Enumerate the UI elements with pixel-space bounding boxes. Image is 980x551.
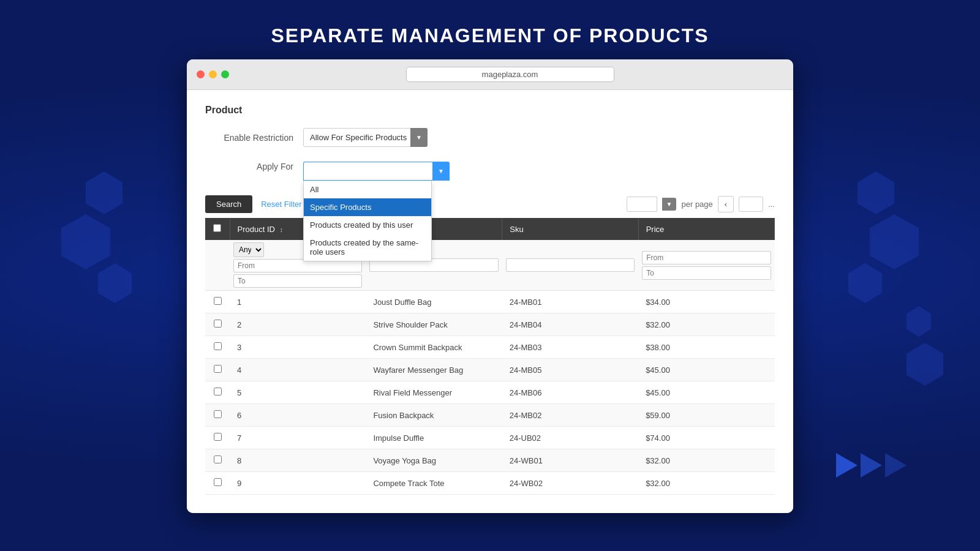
col-sku-label: Sku xyxy=(510,225,523,234)
row-name: Voyage Yoga Bag xyxy=(366,449,502,472)
col-price: Price xyxy=(638,218,774,240)
row-price: $34.00 xyxy=(638,291,774,313)
table-row: 6 Fusion Backpack 24-MB02 $59.00 xyxy=(205,404,775,427)
page-title: SEPARATE MANAGEMENT OF PRODUCTS xyxy=(271,24,709,47)
row-name: Joust Duffle Bag xyxy=(366,291,502,313)
row-sku: 24-WB02 xyxy=(502,472,638,495)
row-price: $32.00 xyxy=(638,449,774,472)
apply-for-input[interactable]: Specific Products xyxy=(303,162,432,181)
dropdown-option-specific-products[interactable]: Specific Products xyxy=(304,198,431,216)
enable-restriction-select[interactable]: Allow For Specific Products xyxy=(303,128,428,147)
row-checkbox-cell xyxy=(205,427,230,449)
row-price: $59.00 xyxy=(638,404,774,427)
row-sku: 24-MB02 xyxy=(502,404,638,427)
row-checkbox[interactable] xyxy=(214,433,222,441)
row-checkbox-cell xyxy=(205,381,230,404)
page-dots: ... xyxy=(768,200,775,209)
row-checkbox[interactable] xyxy=(214,410,222,418)
close-button[interactable] xyxy=(197,70,205,78)
browser-window: mageplaza.com Product Enable Restriction… xyxy=(187,59,793,513)
row-sku: 24-MB01 xyxy=(502,291,638,313)
row-checkbox[interactable] xyxy=(214,478,222,486)
apply-for-select-wrapper: Specific Products xyxy=(303,162,450,181)
filter-row: Any xyxy=(205,240,775,291)
per-page-arrow-btn[interactable]: ▼ xyxy=(662,198,677,211)
row-name: Rival Field Messenger xyxy=(366,381,502,404)
maximize-button[interactable] xyxy=(221,70,229,78)
row-sku: 24-MB03 xyxy=(502,336,638,359)
row-checkbox[interactable] xyxy=(214,388,222,395)
row-price: $32.00 xyxy=(638,313,774,336)
row-product-id: 4 xyxy=(230,359,366,381)
select-all-checkbox[interactable] xyxy=(213,224,221,232)
col-price-label: Price xyxy=(646,225,665,234)
row-checkbox[interactable] xyxy=(214,365,222,373)
row-checkbox[interactable] xyxy=(214,320,222,328)
row-checkbox[interactable] xyxy=(214,297,222,305)
row-product-id: 6 xyxy=(230,404,366,427)
table-row: 4 Wayfarer Messenger Bag 24-MB05 $45.00 xyxy=(205,359,775,381)
table-row: 7 Impulse Duffle 24-UB02 $74.00 xyxy=(205,427,775,449)
row-checkbox-cell xyxy=(205,313,230,336)
sort-product-id-icon[interactable]: ↕ xyxy=(280,226,284,233)
row-checkbox[interactable] xyxy=(214,455,222,463)
row-sku: 24-UB02 xyxy=(502,427,638,449)
sku-filter-input[interactable] xyxy=(506,258,635,272)
row-checkbox-cell xyxy=(205,291,230,313)
row-product-id: 8 xyxy=(230,449,366,472)
table-row: 5 Rival Field Messenger 24-MB06 $45.00 xyxy=(205,381,775,404)
row-sku: 24-MB04 xyxy=(502,313,638,336)
per-page-input[interactable]: 20 xyxy=(627,197,657,212)
browser-content: Product Enable Restriction Allow For Spe… xyxy=(187,90,793,513)
row-name: Fusion Backpack xyxy=(366,404,502,427)
row-checkbox-cell xyxy=(205,449,230,472)
row-name: Crown Summit Backpack xyxy=(366,336,502,359)
product-id-filter-select[interactable]: Any xyxy=(233,242,264,257)
minimize-button[interactable] xyxy=(209,70,217,78)
address-bar[interactable]: mageplaza.com xyxy=(406,67,614,82)
table-row: 8 Voyage Yoga Bag 24-WB01 $32.00 xyxy=(205,449,775,472)
row-checkbox-cell xyxy=(205,404,230,427)
row-product-id: 7 xyxy=(230,427,366,449)
row-name: Impulse Duffle xyxy=(366,427,502,449)
dropdown-option-all[interactable]: All xyxy=(304,181,431,198)
row-sku: 24-WB01 xyxy=(502,449,638,472)
row-sku: 24-MB05 xyxy=(502,359,638,381)
row-name: Compete Track Tote xyxy=(366,472,502,495)
col-checkbox xyxy=(205,218,230,240)
enable-restriction-row: Enable Restriction Allow For Specific Pr… xyxy=(205,128,775,147)
apply-for-dropdown-arrow[interactable] xyxy=(432,162,450,181)
row-checkbox-cell xyxy=(205,359,230,381)
page-number-input[interactable]: 1 xyxy=(739,197,763,212)
reset-filter-button[interactable]: Reset Filter xyxy=(261,200,301,209)
price-from-input[interactable] xyxy=(642,251,771,264)
apply-for-row: Apply For Specific Products All Specific… xyxy=(205,162,775,181)
price-to-input[interactable] xyxy=(642,266,771,280)
section-title: Product xyxy=(205,105,775,116)
row-name: Wayfarer Messenger Bag xyxy=(366,359,502,381)
dropdown-option-created-by-user[interactable]: Products created by this user xyxy=(304,216,431,234)
filter-sku-cell xyxy=(502,240,638,291)
table-row: 3 Crown Summit Backpack 24-MB03 $38.00 xyxy=(205,336,775,359)
traffic-lights xyxy=(197,70,229,78)
table-body: 1 Joust Duffle Bag 24-MB01 $34.00 2 Stri… xyxy=(205,291,775,495)
enable-restriction-dropdown-arrow[interactable] xyxy=(410,128,428,147)
row-product-id: 9 xyxy=(230,472,366,495)
apply-for-label: Apply For xyxy=(205,162,303,171)
filter-price-cell xyxy=(638,240,774,291)
prev-page-button[interactable]: ‹ xyxy=(718,196,734,212)
row-product-id: 1 xyxy=(230,291,366,313)
search-button[interactable]: Search xyxy=(205,195,252,213)
pagination: 20 ▼ per page ‹ 1 ... xyxy=(627,196,775,212)
row-checkbox[interactable] xyxy=(214,342,222,350)
product-id-to-input[interactable] xyxy=(233,274,362,288)
apply-for-dropdown-container: Specific Products All Specific Products … xyxy=(303,162,450,181)
row-checkbox-cell xyxy=(205,336,230,359)
row-price: $32.00 xyxy=(638,472,774,495)
enable-restriction-wrapper: Allow For Specific Products xyxy=(303,128,428,147)
dropdown-option-created-by-role[interactable]: Products created by the same-role users xyxy=(304,234,431,261)
row-checkbox-cell xyxy=(205,472,230,495)
table-controls: Search Reset Filter 2057 20 ▼ per page ‹… xyxy=(205,190,775,218)
col-sku: Sku xyxy=(502,218,638,240)
row-name: Strive Shoulder Pack xyxy=(366,313,502,336)
